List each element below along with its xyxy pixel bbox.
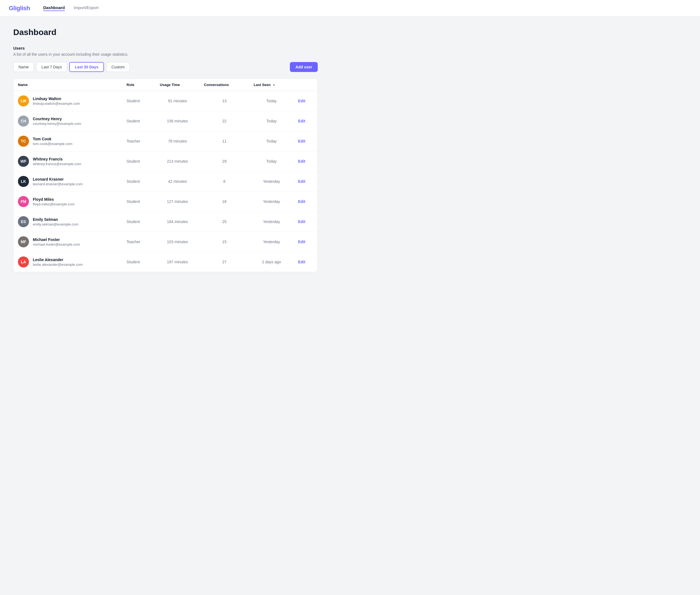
user-email: emily.selman@example.com bbox=[33, 222, 78, 226]
col-name: Name bbox=[13, 79, 122, 91]
user-usage-time: 42 minutes bbox=[156, 171, 200, 192]
user-conversations: 15 bbox=[199, 232, 249, 252]
user-name: Lindsay Walton bbox=[33, 96, 80, 101]
avatar: LW bbox=[18, 95, 29, 107]
user-name: Whitney Francis bbox=[33, 157, 81, 161]
table-row: LK Leonard Krasner leonard.krasner@examp… bbox=[13, 171, 317, 192]
user-usage-time: 156 minutes bbox=[156, 111, 200, 131]
user-usage-time: 91 minutes bbox=[156, 91, 200, 111]
user-email: michael.foster@example.com bbox=[33, 243, 80, 247]
users-table: Name Role Usage Time Conversations Last … bbox=[13, 79, 317, 272]
table-row: CH Courtney Henry courtney.henry@example… bbox=[13, 111, 317, 131]
user-conversations: 25 bbox=[199, 212, 249, 232]
filter-buttons: Name Last 7 Days Last 30 Days Custom bbox=[13, 62, 130, 72]
filter-last7days[interactable]: Last 7 Days bbox=[36, 62, 67, 72]
user-role: Student bbox=[122, 212, 156, 232]
user-role: Student bbox=[122, 111, 156, 131]
col-usage-time: Usage Time bbox=[156, 79, 200, 91]
user-email: whitney.francis@example.com bbox=[33, 162, 81, 166]
user-name-cell: LW Lindsay Walton lindsay.walton@example… bbox=[13, 91, 122, 111]
table-header: Name Role Usage Time Conversations Last … bbox=[13, 79, 317, 91]
user-name-cell: MF Michael Foster michael.foster@example… bbox=[13, 232, 122, 252]
avatar: MF bbox=[18, 236, 29, 247]
user-last-seen: 2 days ago bbox=[249, 252, 294, 272]
user-role: Student bbox=[122, 192, 156, 212]
col-role: Role bbox=[122, 79, 156, 91]
avatar: LK bbox=[18, 176, 29, 187]
user-last-seen: Yesterday bbox=[249, 232, 294, 252]
user-usage-time: 184 minutes bbox=[156, 212, 200, 232]
edit-link[interactable]: Edit bbox=[298, 119, 305, 123]
user-role: Student bbox=[122, 91, 156, 111]
edit-link[interactable]: Edit bbox=[298, 139, 305, 143]
user-usage-time: 78 minutes bbox=[156, 131, 200, 151]
user-edit-cell: Edit bbox=[294, 151, 317, 171]
user-role: Student bbox=[122, 151, 156, 171]
user-edit-cell: Edit bbox=[294, 91, 317, 111]
edit-link[interactable]: Edit bbox=[298, 199, 305, 204]
user-name: Courtney Henry bbox=[33, 117, 81, 121]
user-last-seen: Today bbox=[249, 131, 294, 151]
avatar: CH bbox=[18, 116, 29, 126]
filter-row: Name Last 7 Days Last 30 Days Custom Add… bbox=[13, 62, 318, 72]
filter-today[interactable]: Name bbox=[13, 62, 34, 72]
user-edit-cell: Edit bbox=[294, 171, 317, 192]
user-name: Leslie Alexander bbox=[33, 257, 83, 262]
logo: Gliglish bbox=[9, 5, 30, 12]
user-edit-cell: Edit bbox=[294, 192, 317, 212]
user-role: Student bbox=[122, 171, 156, 192]
user-usage-time: 197 minutes bbox=[156, 252, 200, 272]
user-last-seen: Yesterday bbox=[249, 212, 294, 232]
edit-link[interactable]: Edit bbox=[298, 239, 305, 244]
user-email: tom.cook@example.com bbox=[33, 142, 72, 146]
nav-dashboard[interactable]: Dashboard bbox=[43, 5, 65, 11]
user-edit-cell: Edit bbox=[294, 212, 317, 232]
avatar: FM bbox=[18, 196, 29, 207]
table-row: ES Emily Selman emily.selman@example.com… bbox=[13, 212, 317, 232]
nav-import-export[interactable]: Import/Export bbox=[74, 5, 99, 11]
user-name: Leonard Krasner bbox=[33, 177, 83, 181]
user-conversations: 18 bbox=[199, 192, 249, 212]
avatar: WF bbox=[18, 156, 29, 167]
user-last-seen: Yesterday bbox=[249, 192, 294, 212]
user-role: Teacher bbox=[122, 232, 156, 252]
user-name: Floyd Miles bbox=[33, 197, 75, 202]
user-name-cell: LK Leonard Krasner leonard.krasner@examp… bbox=[13, 171, 122, 192]
edit-link[interactable]: Edit bbox=[298, 260, 305, 264]
main-content: Dashboard Users A list of all the users … bbox=[0, 17, 331, 283]
users-table-container: Name Role Usage Time Conversations Last … bbox=[13, 79, 318, 272]
user-conversations: 22 bbox=[199, 111, 249, 131]
user-email: leslie.alexander@example.com bbox=[33, 262, 83, 266]
col-last-seen[interactable]: Last Seen ∨ bbox=[249, 79, 294, 91]
table-body: LW Lindsay Walton lindsay.walton@example… bbox=[13, 91, 317, 272]
filter-custom[interactable]: Custom bbox=[106, 62, 130, 72]
add-user-button[interactable]: Add user bbox=[290, 62, 318, 72]
user-conversations: 29 bbox=[199, 151, 249, 171]
edit-link[interactable]: Edit bbox=[298, 99, 305, 103]
user-conversations: 13 bbox=[199, 91, 249, 111]
user-last-seen: Yesterday bbox=[249, 171, 294, 192]
user-name: Michael Foster bbox=[33, 237, 80, 242]
user-conversations: 27 bbox=[199, 252, 249, 272]
filter-last30days[interactable]: Last 30 Days bbox=[69, 62, 104, 72]
user-edit-cell: Edit bbox=[294, 252, 317, 272]
user-edit-cell: Edit bbox=[294, 111, 317, 131]
edit-link[interactable]: Edit bbox=[298, 179, 305, 183]
table-row: MF Michael Foster michael.foster@example… bbox=[13, 232, 317, 252]
table-row: LW Lindsay Walton lindsay.walton@example… bbox=[13, 91, 317, 111]
user-email: lindsay.walton@example.com bbox=[33, 102, 80, 106]
section-description: A list of all the users in your account … bbox=[13, 52, 318, 57]
user-usage-time: 213 minutes bbox=[156, 151, 200, 171]
user-name-cell: CH Courtney Henry courtney.henry@example… bbox=[13, 111, 122, 131]
edit-link[interactable]: Edit bbox=[298, 220, 305, 224]
edit-link[interactable]: Edit bbox=[298, 159, 305, 164]
user-name-cell: WF Whitney Francis whitney.francis@examp… bbox=[13, 151, 122, 171]
col-actions bbox=[294, 79, 317, 91]
table-row: WF Whitney Francis whitney.francis@examp… bbox=[13, 151, 317, 171]
user-last-seen: Today bbox=[249, 151, 294, 171]
user-email: leonard.krasner@example.com bbox=[33, 182, 83, 186]
user-last-seen: Today bbox=[249, 111, 294, 131]
user-name: Tom Cook bbox=[33, 137, 72, 141]
user-last-seen: Today bbox=[249, 91, 294, 111]
page-title: Dashboard bbox=[13, 28, 318, 37]
